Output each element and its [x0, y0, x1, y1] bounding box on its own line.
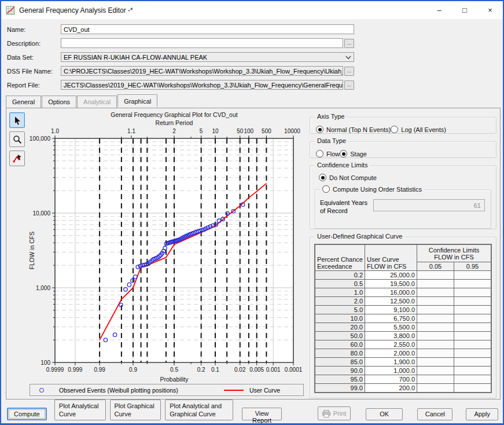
pce-cell[interactable]: 0.5	[315, 280, 365, 288]
cl-low-cell[interactable]	[417, 280, 454, 288]
print-button: Print	[318, 406, 351, 420]
radio-normal-top-n-events[interactable]: Normal (Top N Events)	[316, 126, 391, 133]
col-header-user-curve[interactable]: User Curve FLOW in CFS	[365, 245, 417, 271]
cl-high-cell[interactable]	[454, 332, 491, 340]
flow-cell[interactable]: 9,100.0	[365, 306, 417, 314]
x-tick-label: 0.999	[68, 367, 82, 373]
cl-low-cell[interactable]	[417, 323, 454, 332]
cl-high-cell[interactable]	[454, 280, 491, 288]
equivalent-years-label: Equivalent Years of Record	[320, 199, 373, 215]
pce-cell[interactable]: 80.0	[315, 349, 365, 358]
description-browse-button[interactable]: ...	[344, 39, 354, 48]
report-file-input[interactable]: JECTS\Classes\2019_HEC-WAT\Workshops\Wor…	[61, 80, 343, 90]
flow-cell[interactable]: 2,000.0	[365, 349, 417, 358]
pce-cell[interactable]: 85.0	[315, 358, 365, 367]
dss-file-browse-button[interactable]: ...	[344, 67, 354, 76]
flow-cell[interactable]: 6,750.0	[365, 314, 417, 323]
flow-cell[interactable]: 200.0	[365, 384, 417, 393]
flow-cell[interactable]: 19,500.0	[365, 280, 417, 288]
cl-low-cell[interactable]	[417, 375, 454, 384]
cl-low-cell[interactable]	[417, 384, 454, 393]
radio-compute-order-statistics[interactable]: Compute Using Order Statistics	[320, 185, 424, 193]
pce-cell[interactable]: 90.0	[315, 367, 365, 375]
zoom-tool-button[interactable]	[9, 131, 25, 147]
cl-low-cell[interactable]	[417, 297, 454, 306]
pce-cell[interactable]: 0.2	[315, 271, 365, 280]
pce-cell[interactable]: 5.0	[315, 306, 365, 314]
cl-high-cell[interactable]	[454, 340, 491, 349]
cl-high-cell[interactable]	[454, 375, 491, 384]
flow-cell[interactable]: 12,500.0	[365, 297, 417, 306]
dss-file-input[interactable]: C:\PROJECTS\Classes\2019_HEC-WAT\Worksho…	[61, 66, 343, 76]
cl-low-cell[interactable]	[417, 271, 454, 280]
cl-low-cell[interactable]	[417, 288, 454, 297]
cl-high-cell[interactable]	[454, 314, 491, 323]
pce-cell[interactable]: 2.0	[315, 297, 365, 306]
ok-button[interactable]: OK	[366, 408, 403, 420]
plot-analytical-curve-button[interactable]: Plot Analytical Curve	[54, 400, 106, 420]
pce-cell[interactable]: 99.0	[315, 384, 365, 393]
col-header-cl-005[interactable]: 0.05	[417, 262, 454, 271]
col-header-cl-095[interactable]: 0.95	[454, 262, 491, 271]
apply-button[interactable]: Apply	[466, 408, 498, 420]
minimize-button[interactable]: –	[426, 1, 452, 19]
cl-low-cell[interactable]	[417, 340, 454, 349]
cl-high-cell[interactable]	[454, 323, 491, 332]
col-header-confidence-limits[interactable]: Confidence Limits FLOW in CFS	[417, 245, 491, 262]
cl-high-cell[interactable]	[454, 367, 491, 375]
cl-high-cell[interactable]	[454, 271, 491, 280]
report-file-browse-button[interactable]: ...	[344, 80, 354, 90]
description-input[interactable]	[61, 38, 343, 48]
radio-label: Stage	[350, 151, 367, 157]
tab-graphical[interactable]: Graphical	[117, 94, 157, 107]
flow-cell[interactable]: 2,550.0	[365, 340, 417, 349]
radio-stage[interactable]: Stage	[340, 150, 367, 157]
frequency-plot[interactable]: 0.99990.9990.990.90.50.20.10.020.0050.00…	[27, 109, 304, 384]
plot-analytical-and-graphical-curve-button[interactable]: Plot Analytical and Graphical Curve	[165, 400, 233, 420]
cl-low-cell[interactable]	[417, 358, 454, 367]
cl-high-cell[interactable]	[454, 358, 491, 367]
flow-cell[interactable]: 3,800.0	[365, 332, 417, 340]
plot-graphical-curve-button[interactable]: Plot Graphical Curve	[110, 400, 161, 420]
maximize-button[interactable]: □	[452, 1, 477, 19]
flow-cell[interactable]: 25,000.0	[365, 271, 417, 280]
pce-cell[interactable]: 95.0	[315, 375, 365, 384]
cl-high-cell[interactable]	[454, 349, 491, 358]
cl-low-cell[interactable]	[417, 367, 454, 375]
cl-low-cell[interactable]	[417, 349, 454, 358]
pce-cell[interactable]: 60.0	[315, 340, 365, 349]
cl-high-cell[interactable]	[454, 306, 491, 314]
data-set-value: EF RUSSIAN R-UKIAH CA-FLOW-ANNUAL PEAK	[64, 54, 207, 61]
tab-general[interactable]: General	[6, 96, 41, 108]
pce-cell[interactable]: 10.0	[315, 314, 365, 323]
pce-cell[interactable]: 20.0	[315, 323, 365, 332]
cl-high-cell[interactable]	[454, 288, 491, 297]
flow-cell[interactable]: 16,000.0	[365, 288, 417, 297]
cl-high-cell[interactable]	[454, 297, 491, 306]
data-set-select[interactable]: EF RUSSIAN R-UKIAH CA-FLOW-ANNUAL PEAK	[61, 52, 354, 62]
cl-low-cell[interactable]	[417, 314, 454, 323]
view-report-button[interactable]: View Report	[242, 408, 282, 420]
radio-log-all-events[interactable]: Log (All Events)	[391, 126, 446, 133]
name-input[interactable]: CVD_out	[61, 24, 354, 34]
cl-high-cell[interactable]	[454, 384, 491, 393]
flow-cell[interactable]: 1,000.0	[365, 367, 417, 375]
tab-options[interactable]: Options	[42, 96, 76, 108]
cl-low-cell[interactable]	[417, 306, 454, 314]
pce-cell[interactable]: 50.0	[315, 332, 365, 340]
radio-label: Normal (Top N Events)	[326, 126, 391, 133]
x-tick-label: 0.9	[129, 367, 137, 373]
cancel-button[interactable]: Cancel	[417, 408, 453, 420]
pointer-tool-button[interactable]	[9, 112, 25, 128]
pce-cell[interactable]: 1.0	[315, 288, 365, 297]
col-header-percent-chance[interactable]: Percent Chance Exceedance	[315, 245, 365, 271]
compute-button[interactable]: Compute	[7, 408, 47, 420]
flow-cell[interactable]: 5,500.0	[365, 323, 417, 332]
close-button[interactable]: ×	[477, 1, 503, 19]
flow-cell[interactable]: 700.0	[365, 375, 417, 384]
radio-do-not-compute[interactable]: Do Not Compute	[319, 174, 496, 181]
edit-curve-tool-button[interactable]	[9, 151, 25, 166]
radio-flow[interactable]: Flow	[316, 150, 340, 157]
flow-cell[interactable]: 1,900.0	[365, 358, 417, 367]
cl-low-cell[interactable]	[417, 332, 454, 340]
